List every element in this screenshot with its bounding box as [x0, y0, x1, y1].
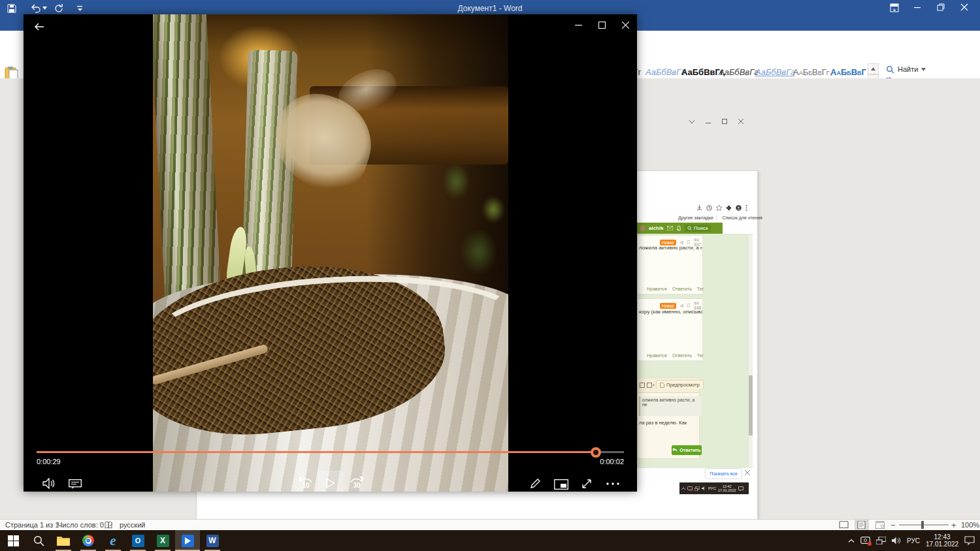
share-post-icon[interactable]: [680, 240, 683, 245]
word-minimize-icon[interactable]: [913, 3, 925, 14]
seek-handle[interactable]: [591, 447, 601, 458]
reply-link[interactable]: Ответить: [672, 353, 692, 358]
preview-label: Предпросмотр: [666, 382, 700, 388]
proofing-icon[interactable]: [105, 522, 113, 529]
search-icon: [687, 226, 692, 230]
read-mode-icon[interactable]: [839, 521, 849, 529]
tab-search-icon: [689, 120, 694, 123]
tag-link[interactable]: Тег: [697, 353, 704, 358]
taskbar-word-button[interactable]: W: [200, 530, 225, 551]
action-center-tray-icon[interactable]: [964, 536, 975, 545]
bookmark-star-icon: [716, 205, 722, 211]
ribbon-display-options-icon[interactable]: [890, 3, 902, 14]
search-icon: [886, 65, 894, 74]
share-post-icon[interactable]: [680, 304, 683, 308]
player-back-button[interactable]: [31, 20, 47, 34]
screenshot-browser-toolbar: [696, 204, 751, 212]
find-dropdown-icon: [921, 68, 926, 71]
forum-username[interactable]: alchik: [649, 225, 664, 231]
draw-button[interactable]: [527, 476, 544, 492]
taskbar-search-button[interactable]: [26, 530, 51, 551]
show-all-button[interactable]: Показать все: [705, 468, 742, 479]
word-count[interactable]: Число слов: 0: [57, 521, 104, 529]
taskbar-clock[interactable]: 12:43 17.01.2022: [926, 533, 958, 548]
mini-player-button[interactable]: [552, 478, 570, 491]
clock-time: 12:43: [934, 533, 951, 541]
dismiss-icon[interactable]: [745, 470, 750, 475]
page-count[interactable]: Страница 1 из 1: [5, 521, 59, 529]
browser-maximize-icon: [722, 119, 727, 124]
recorder-tray-icon[interactable]: [860, 537, 870, 544]
seek-bar[interactable]: [37, 451, 624, 453]
post-actions: Нравится Ответить Тег: [647, 353, 704, 358]
bookmark-post-icon[interactable]: [687, 303, 690, 308]
forum-scrollbar[interactable]: [749, 235, 753, 467]
taskbar-chrome-button[interactable]: [76, 530, 101, 551]
system-tray: РУС 12:43 17.01.2022: [848, 530, 980, 551]
taskbar-movies-button[interactable]: [175, 530, 200, 551]
draft-text[interactable]: ла раз в неделю. Как: [639, 420, 687, 426]
reply-button-label: Ответить: [679, 448, 700, 452]
skip-forward-label: 30: [353, 482, 360, 489]
forum-search[interactable]: Поиск: [685, 225, 711, 232]
reply-link[interactable]: Ответить: [672, 287, 692, 291]
player-minimize-button[interactable]: [570, 17, 587, 33]
zoom-slider-thumb[interactable]: [921, 521, 924, 529]
player-maximize-button[interactable]: [593, 17, 610, 33]
mail-icon[interactable]: [667, 226, 673, 230]
bell-icon[interactable]: [676, 225, 681, 231]
web-layout-icon[interactable]: [875, 521, 885, 529]
volume-button[interactable]: [41, 476, 57, 490]
player-close-button[interactable]: [617, 17, 634, 33]
bookmark-post-icon[interactable]: [687, 240, 690, 245]
new-badge: Новое: [660, 303, 676, 309]
zoom-level[interactable]: 100%: [961, 521, 979, 529]
more-options-button[interactable]: [604, 480, 622, 488]
network-icon: [694, 486, 700, 491]
tag-link[interactable]: Тег: [697, 287, 704, 291]
share-icon: [706, 205, 712, 211]
print-layout-button[interactable]: [855, 520, 869, 530]
taskbar-ie-button[interactable]: e: [101, 530, 125, 551]
start-button[interactable]: [1, 530, 25, 551]
word-restore-icon[interactable]: [937, 3, 949, 14]
forum-post: Новое #4 847 ложила активно расти, а не …: [637, 235, 703, 294]
skip-forward-button[interactable]: 30: [348, 472, 366, 492]
clock-date: 17.01.2022: [718, 488, 736, 492]
language-status[interactable]: русский: [120, 521, 145, 529]
post-text: кору (как именно, описывала: [639, 309, 702, 315]
editor-image-tool-icon[interactable]: [647, 383, 655, 388]
word-close-icon[interactable]: [960, 3, 972, 14]
captions-button[interactable]: [67, 477, 84, 490]
find-button[interactable]: Найти: [886, 63, 926, 75]
volume-tray-icon[interactable]: [892, 537, 901, 544]
forum-search-label: Поиск: [694, 225, 708, 231]
taskbar-excel-button[interactable]: X: [150, 530, 175, 551]
skip-back-button[interactable]: 10: [297, 472, 315, 492]
language-tray[interactable]: РУС: [907, 537, 920, 544]
download-icon: [696, 205, 702, 211]
preview-tab[interactable]: Предпросмотр: [656, 380, 704, 389]
play-button[interactable]: [319, 471, 342, 492]
scrollbar-thumb[interactable]: [749, 375, 753, 435]
like-link[interactable]: Нравится: [647, 287, 667, 291]
network-tray-icon[interactable]: [876, 537, 886, 544]
editor-tool-icon[interactable]: [640, 383, 645, 388]
fullscreen-button[interactable]: [578, 476, 595, 492]
zoom-slider-track[interactable]: [899, 524, 949, 526]
zoom-out-button[interactable]: −: [890, 520, 896, 530]
elapsed-time: 0:00:29: [37, 458, 61, 465]
zoom-in-button[interactable]: +: [951, 520, 956, 530]
taskbar-explorer-button[interactable]: [51, 530, 76, 551]
excel-icon: X: [160, 536, 165, 545]
find-label: Найти: [898, 65, 918, 73]
menu-icon: [745, 205, 747, 211]
reply-button[interactable]: Ответить: [672, 445, 702, 455]
taskbar-outlook-button[interactable]: O: [125, 530, 150, 551]
show-all-label: Показать все: [710, 471, 738, 476]
extension-icon: [726, 205, 732, 211]
tray-expand-icon[interactable]: [848, 539, 855, 543]
like-link[interactable]: Нравится: [647, 353, 667, 358]
quote-text: олжила активно расти, а не: [642, 398, 694, 407]
styles-scroll-up-icon[interactable]: [868, 63, 879, 74]
